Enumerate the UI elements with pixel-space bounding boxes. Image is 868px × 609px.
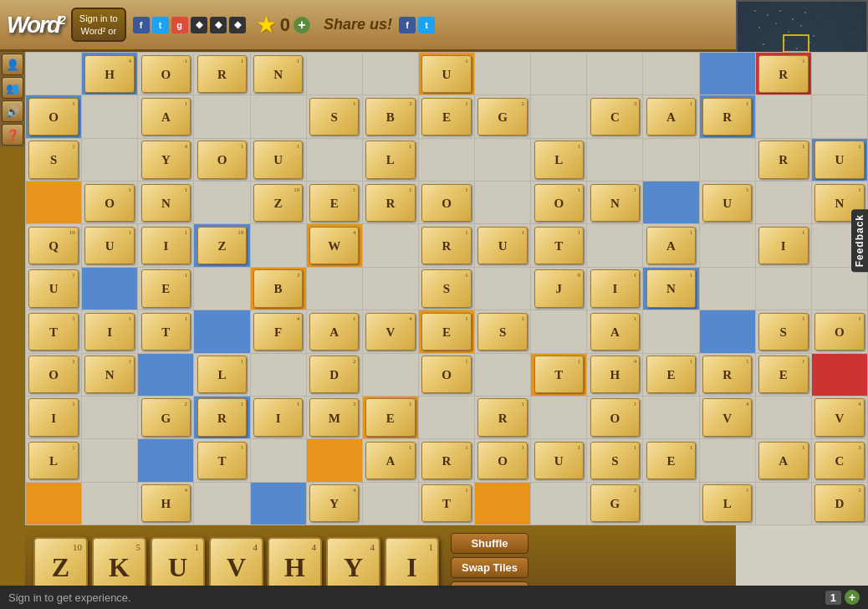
board-cell[interactable]: E1 <box>643 354 698 396</box>
board-cell[interactable] <box>307 439 362 481</box>
board-cell[interactable] <box>643 397 698 438</box>
board-cell[interactable]: E1 <box>643 439 698 481</box>
board-cell[interactable]: R1 <box>419 224 474 266</box>
board-tile[interactable]: R1 <box>758 141 809 178</box>
board-cell[interactable] <box>812 95 867 137</box>
board-cell[interactable] <box>475 182 530 223</box>
board-cell[interactable] <box>26 483 81 525</box>
board-tile[interactable]: A1 <box>309 313 360 351</box>
board-cell[interactable] <box>812 268 867 310</box>
board-cell[interactable] <box>138 354 193 396</box>
board-cell[interactable] <box>251 439 306 481</box>
board-cell[interactable]: E1 <box>307 182 362 223</box>
board-tile[interactable]: E1 <box>141 269 191 307</box>
board-cell[interactable] <box>251 483 306 525</box>
board-cell[interactable]: T1 <box>419 483 474 525</box>
board-tile[interactable]: E1 <box>646 442 697 479</box>
board-cell[interactable]: U1 <box>26 268 81 310</box>
board-tile[interactable]: R1 <box>421 227 472 264</box>
board-cell[interactable] <box>756 268 811 310</box>
board-tile[interactable]: Y4 <box>309 484 360 522</box>
board-tile[interactable]: S1 <box>309 98 360 136</box>
board-cell[interactable]: D2 <box>307 354 362 396</box>
board-tile[interactable]: L1 <box>197 356 248 393</box>
board-cell[interactable]: Z10 <box>251 182 306 223</box>
board-cell[interactable]: N1 <box>138 182 193 223</box>
board-cell[interactable] <box>643 483 698 525</box>
board-cell[interactable]: R1 <box>363 182 418 223</box>
board-tile[interactable]: O1 <box>421 356 472 393</box>
board-tile[interactable]: O1 <box>28 98 79 136</box>
board-cell[interactable]: I1 <box>587 268 642 310</box>
board-cell[interactable] <box>26 53 81 95</box>
board-cell[interactable]: U1 <box>419 53 474 95</box>
board-tile[interactable]: A1 <box>141 98 191 136</box>
board-tile[interactable]: L1 <box>534 141 585 178</box>
board-tile[interactable]: A1 <box>758 442 809 479</box>
board-cell[interactable] <box>531 310 586 352</box>
board-tile[interactable]: O1 <box>814 313 865 351</box>
board-cell[interactable]: A1 <box>307 310 362 352</box>
board-tile[interactable]: R1 <box>702 98 753 136</box>
board-tile[interactable]: N1 <box>590 184 641 222</box>
board-cell[interactable]: O1 <box>812 310 867 352</box>
board-cell[interactable] <box>475 354 530 396</box>
board-cell[interactable]: U1 <box>531 439 586 481</box>
board-cell[interactable]: O1 <box>26 95 81 137</box>
board-cell[interactable]: I1 <box>251 397 306 438</box>
board-cell[interactable]: R1 <box>194 397 249 438</box>
board-cell[interactable]: R1 <box>475 397 530 438</box>
board-cell[interactable]: U1 <box>812 139 867 181</box>
board-tile[interactable]: M3 <box>309 398 360 436</box>
board-cell[interactable]: J8 <box>531 268 586 310</box>
board-cell[interactable] <box>531 53 586 95</box>
board-tile[interactable]: O1 <box>141 55 191 93</box>
other-icon2[interactable]: ◆ <box>210 17 227 33</box>
board-cell[interactable] <box>475 53 530 95</box>
board-cell[interactable]: E1 <box>419 310 474 352</box>
board-cell[interactable] <box>194 268 249 310</box>
board-cell[interactable] <box>194 310 249 352</box>
board-cell[interactable] <box>700 268 755 310</box>
sidebar-sound-icon[interactable]: 🔊 <box>2 100 23 122</box>
board-tile[interactable]: I1 <box>84 313 135 351</box>
swap-tiles-button[interactable]: Swap Tiles <box>451 557 528 578</box>
board-cell[interactable]: L1 <box>700 483 755 525</box>
board-cell[interactable]: E1 <box>138 268 193 310</box>
board-tile[interactable]: R1 <box>758 55 809 93</box>
board-cell[interactable] <box>587 139 642 181</box>
board-tile[interactable]: T1 <box>534 356 585 393</box>
board-tile[interactable]: V4 <box>702 398 753 436</box>
board-tile[interactable]: U1 <box>84 227 135 264</box>
shuffle-button[interactable]: Shuffle <box>451 533 528 554</box>
board-cell[interactable] <box>419 397 474 438</box>
board-tile[interactable]: U1 <box>253 141 304 178</box>
board-cell[interactable] <box>756 397 811 438</box>
board-tile[interactable]: N1 <box>646 269 697 307</box>
add-score-button[interactable]: + <box>294 17 310 33</box>
board-cell[interactable] <box>812 53 867 95</box>
board-tile[interactable]: R1 <box>365 184 416 222</box>
share-facebook-icon[interactable]: f <box>399 17 416 33</box>
board-cell[interactable] <box>307 53 362 95</box>
board-tile[interactable]: E1 <box>421 313 472 351</box>
board-tile[interactable]: T1 <box>197 442 248 479</box>
board-tile[interactable]: Q10 <box>28 227 79 264</box>
board-cell[interactable] <box>531 483 586 525</box>
board-tile[interactable]: G2 <box>590 484 641 522</box>
board-cell[interactable]: E1 <box>363 397 418 438</box>
feedback-tab[interactable]: Feedback <box>851 209 868 272</box>
board-tile[interactable]: L1 <box>702 484 753 522</box>
board-tile[interactable]: O1 <box>421 184 472 222</box>
board-tile[interactable]: Y4 <box>141 141 191 178</box>
sidebar-help-icon[interactable]: ❓ <box>2 124 23 146</box>
board-cell[interactable] <box>251 95 306 137</box>
board-tile[interactable]: R1 <box>197 398 248 436</box>
board-tile[interactable]: S1 <box>590 442 641 479</box>
board-cell[interactable] <box>82 439 137 481</box>
board-tile[interactable]: O1 <box>197 141 248 178</box>
board-cell[interactable]: H4 <box>587 354 642 396</box>
board-cell[interactable] <box>82 139 137 181</box>
sign-in-box[interactable]: Sign in to Word² or <box>71 8 126 42</box>
google-icon[interactable]: g <box>171 17 188 33</box>
